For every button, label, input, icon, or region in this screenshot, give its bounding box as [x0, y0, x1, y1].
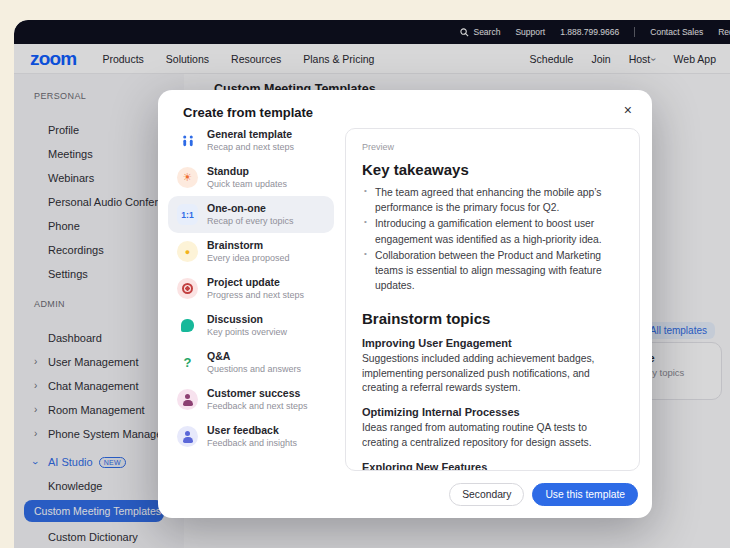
screen: Search Support 1.888.799.9666 Contact Sa…: [0, 0, 730, 548]
template-option-project-update[interactable]: Project updateProgress and next steps: [168, 270, 334, 307]
modal-footer: Secondary Use this template: [449, 483, 638, 506]
brainstorm-icon: ●: [177, 241, 198, 262]
project-update-icon: [177, 278, 198, 299]
template-option-customer-success[interactable]: Customer successFeedback and next steps: [168, 381, 334, 418]
discussion-icon: [177, 315, 198, 336]
template-name: Standup: [207, 165, 287, 178]
one-on-one-icon: 1:1: [177, 204, 198, 225]
template-option-one-on-one[interactable]: 1:1 One-on-oneRecap of every topics: [168, 196, 334, 233]
template-desc: Recap and next steps: [207, 142, 294, 153]
template-option-user-feedback[interactable]: User feedbackFeedback and insights: [168, 418, 334, 455]
template-option-discussion[interactable]: DiscussionKey points overview: [168, 307, 334, 344]
template-option-brainstorm[interactable]: ● BrainstormEvery idea proposed: [168, 233, 334, 270]
use-this-template-button[interactable]: Use this template: [532, 483, 638, 506]
template-option-qa[interactable]: ? Q&AQuestions and answers: [168, 344, 334, 381]
template-option-standup[interactable]: ☀ StandupQuick team updates: [168, 159, 334, 196]
template-name: Customer success: [207, 387, 308, 400]
preview-heading-brainstorm-topics: Brainstorm topics: [362, 310, 623, 327]
topic-body: Suggestions included adding achievement …: [362, 352, 623, 397]
template-name: Brainstorm: [207, 239, 290, 252]
template-desc: Every idea proposed: [207, 253, 290, 264]
user-feedback-icon: [177, 426, 198, 447]
customer-success-icon: [177, 389, 198, 410]
template-name: Discussion: [207, 313, 287, 326]
general-template-icon: [177, 130, 198, 151]
template-list: General templateRecap and next steps ☀ S…: [168, 122, 334, 455]
template-option-general[interactable]: General templateRecap and next steps: [168, 122, 334, 159]
template-name: One-on-one: [207, 202, 294, 215]
topic-title: Exploring New Features: [362, 461, 623, 471]
topic-title: Optimizing Internal Processes: [362, 406, 623, 418]
qa-icon: ?: [177, 352, 198, 373]
preview-heading-key-takeaways: Key takeaways: [362, 161, 623, 178]
template-desc: Progress and next steps: [207, 290, 304, 301]
create-from-template-modal: Create from template × General templateR…: [158, 90, 652, 518]
template-desc: Quick team updates: [207, 179, 287, 190]
template-name: General template: [207, 128, 294, 141]
template-desc: Feedback and next steps: [207, 401, 308, 412]
template-desc: Questions and answers: [207, 364, 301, 375]
topic-body: Ideas ranged from automating routine QA …: [362, 421, 623, 451]
template-name: Project update: [207, 276, 304, 289]
key-takeaways-list: The team agreed that enhancing the mobil…: [362, 185, 623, 294]
preview-label: Preview: [362, 142, 623, 152]
modal-title: Create from template: [183, 105, 313, 120]
template-name: User feedback: [207, 424, 297, 437]
topic-title: Improving User Engagement: [362, 337, 623, 349]
standup-icon: ☀: [177, 167, 198, 188]
secondary-button[interactable]: Secondary: [449, 483, 524, 506]
browser-window: Search Support 1.888.799.9666 Contact Sa…: [14, 20, 730, 548]
template-desc: Key points overview: [207, 327, 287, 338]
close-icon[interactable]: ×: [622, 101, 634, 119]
takeaway-bullet: Introducing a gamification element to bo…: [362, 216, 623, 246]
template-name: Q&A: [207, 350, 301, 363]
takeaway-bullet: The team agreed that enhancing the mobil…: [362, 185, 623, 215]
template-preview-panel[interactable]: Preview Key takeaways The team agreed th…: [345, 128, 640, 471]
template-desc: Recap of every topics: [207, 216, 294, 227]
takeaway-bullet: Collaboration between the Product and Ma…: [362, 248, 623, 294]
template-desc: Feedback and insights: [207, 438, 297, 449]
